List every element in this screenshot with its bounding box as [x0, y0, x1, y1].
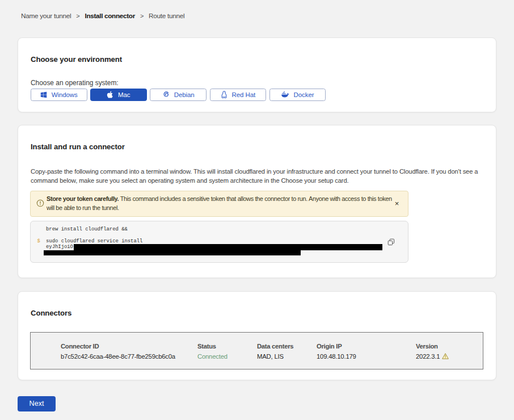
- environment-card-title: Choose your environment: [31, 55, 483, 64]
- os-button-label: Docker: [294, 91, 314, 98]
- copy-command-button[interactable]: [387, 238, 395, 246]
- token-prefix: eyJhIjoiO: [46, 244, 73, 250]
- col-status: Status: [197, 343, 257, 350]
- origin-ip-value: 109.48.10.179: [317, 353, 416, 361]
- col-origin-ip: Origin IP: [317, 343, 416, 350]
- os-button-mac[interactable]: Mac: [90, 89, 147, 101]
- code-line-token: eyJhIjoiO: [46, 244, 408, 250]
- os-button-label: Mac: [118, 91, 130, 98]
- breadcrumb-install-connector[interactable]: Install connector: [85, 12, 134, 20]
- choose-environment-card: Choose your environment Choose an operat…: [18, 37, 496, 112]
- os-button-group: Windows Mac Debian Red Hat Docker: [31, 89, 483, 101]
- connector-id-value: b7c52c42-6caa-48ee-8c77-fbe259cb6c0a: [61, 353, 197, 361]
- connector-status-value: Connected: [197, 353, 257, 361]
- breadcrumb-separator: >: [76, 12, 79, 20]
- next-button[interactable]: Next: [18, 396, 56, 411]
- col-data-centers: Data centers: [257, 343, 317, 350]
- windows-icon: [40, 91, 47, 98]
- warning-triangle-icon: [442, 353, 449, 361]
- os-button-redhat[interactable]: Red Hat: [210, 89, 267, 101]
- install-command-codeblock: $ brew install cloudflared && sudo cloud…: [30, 221, 408, 263]
- redacted-token-bar-2: [44, 250, 301, 256]
- token-warning-callout: Store your token carefully. This command…: [30, 191, 408, 217]
- code-line-2: sudo cloudflared service install: [46, 238, 408, 245]
- code-line-1: brew install cloudflared &&: [46, 226, 408, 233]
- close-callout-button[interactable]: ×: [393, 199, 401, 208]
- code-line-blank: [46, 232, 408, 238]
- os-button-docker[interactable]: Docker: [269, 89, 326, 101]
- apple-icon: [107, 91, 113, 99]
- install-connector-card: Install and run a connector Copy-paste t…: [18, 125, 496, 278]
- data-centers-value: MAD, LIS: [257, 353, 317, 361]
- connectors-card-title: Connectors: [31, 309, 483, 318]
- shell-prompt: $: [37, 238, 40, 245]
- os-button-label: Debian: [174, 91, 195, 98]
- alert-circle-icon: [36, 199, 44, 209]
- breadcrumb: Name your tunnel > Install connector > R…: [18, 0, 496, 20]
- os-select-label: Choose an operating system:: [31, 79, 483, 87]
- os-button-debian[interactable]: Debian: [150, 89, 207, 101]
- redacted-token-bar-1: [74, 244, 382, 250]
- debian-icon: [162, 91, 170, 98]
- os-button-label: Red Hat: [232, 91, 256, 98]
- token-warning-text: Store your token carefully. This command…: [47, 195, 397, 212]
- os-button-windows[interactable]: Windows: [31, 89, 87, 101]
- version-value: 2022.3.1: [416, 353, 483, 361]
- install-card-title: Install and run a connector: [31, 142, 483, 152]
- copy-icon: [387, 239, 395, 247]
- col-version: Version: [416, 343, 483, 350]
- os-button-label: Windows: [52, 91, 78, 98]
- docker-icon: [281, 91, 289, 98]
- redhat-linux-icon: [221, 91, 227, 99]
- install-description: Copy-paste the following command into a …: [31, 167, 483, 185]
- col-connector-id: Connector ID: [61, 343, 197, 350]
- connectors-table-row: b7c52c42-6caa-48ee-8c77-fbe259cb6c0a Con…: [61, 350, 483, 361]
- breadcrumb-route-tunnel[interactable]: Route tunnel: [149, 12, 184, 20]
- version-number: 2022.3.1: [416, 353, 440, 360]
- connectors-table-header: Connector ID Status Data centers Origin …: [61, 343, 483, 350]
- connectors-card: Connectors Connector ID Status Data cent…: [18, 291, 496, 380]
- breadcrumb-name-your-tunnel[interactable]: Name your tunnel: [21, 12, 71, 20]
- page: Name your tunnel > Install connector > R…: [0, 0, 514, 411]
- connectors-table: Connector ID Status Data centers Origin …: [30, 332, 483, 369]
- token-warning-title: Store your token carefully.: [47, 195, 119, 202]
- breadcrumb-separator: >: [140, 12, 144, 20]
